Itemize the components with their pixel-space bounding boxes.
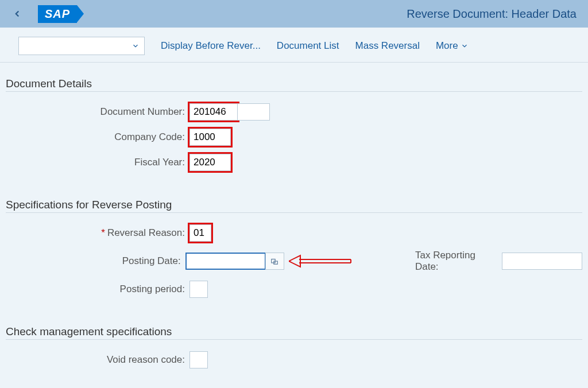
- company-code-field[interactable]: [189, 129, 231, 146]
- row-fiscal-year: Fiscal Year:: [6, 154, 582, 171]
- row-posting-period: Posting period:: [6, 281, 582, 298]
- toolbar: Display Before Rever... Document List Ma…: [0, 28, 588, 63]
- chevron-left-icon: [12, 9, 22, 19]
- fiscal-year-field[interactable]: [189, 154, 231, 171]
- void-reason-code-field[interactable]: [189, 351, 208, 368]
- document-number-extra[interactable]: [238, 103, 270, 121]
- label-tax-reporting-date: Tax Reporting Date:: [415, 250, 497, 273]
- posting-date-field[interactable]: [185, 253, 266, 270]
- more-menu[interactable]: More: [436, 40, 469, 52]
- divider: [6, 91, 582, 92]
- label-posting-date: Posting Date:: [11, 255, 185, 267]
- row-tax-reporting-date: Tax Reporting Date:: [415, 250, 582, 273]
- mass-reversal-link[interactable]: Mass Reversal: [355, 40, 420, 52]
- label-company-code: Company Code:: [11, 131, 189, 143]
- svg-marker-5: [289, 255, 300, 267]
- label-fiscal-year: Fiscal Year:: [11, 157, 189, 168]
- row-posting-date: Posting Date: Tax Reporting Date:: [6, 250, 582, 273]
- annotation-arrow: [289, 254, 352, 268]
- row-document-number: Document Number:: [6, 103, 582, 121]
- row-company-code: Company Code:: [6, 129, 582, 146]
- tax-reporting-date-field[interactable]: [502, 253, 582, 270]
- document-list-link[interactable]: Document List: [277, 40, 339, 52]
- divider: [6, 339, 582, 340]
- label-reversal-reason: *Reversal Reason:: [11, 227, 189, 239]
- document-number-field[interactable]: [189, 103, 238, 121]
- arrow-icon: [289, 254, 352, 268]
- posting-date-value-help-button[interactable]: [265, 253, 284, 270]
- header-bar: SAP Reverse Document: Header Data: [0, 0, 588, 28]
- display-before-reversal-link[interactable]: Display Before Rever...: [161, 40, 261, 52]
- value-help-icon: [270, 257, 278, 265]
- label-void-reason-code: Void reason code:: [11, 354, 189, 366]
- back-button[interactable]: [7, 3, 28, 24]
- section-title-check-mgmt: Check management specifications: [6, 325, 582, 338]
- chevron-down-icon: [461, 42, 469, 50]
- row-void-reason-code: Void reason code:: [6, 351, 582, 368]
- section-title-document-details: Document Details: [6, 77, 582, 90]
- label-document-number: Document Number:: [11, 106, 189, 118]
- reversal-reason-field[interactable]: [189, 224, 211, 242]
- posting-period-field[interactable]: [189, 281, 208, 298]
- section-title-reverse-posting: Specifications for Reverse Posting: [6, 199, 582, 211]
- label-posting-period: Posting period:: [11, 284, 189, 295]
- content-area: Document Details Document Number: Compan…: [0, 63, 588, 382]
- sap-logo: SAP: [38, 5, 77, 23]
- toolbar-dropdown[interactable]: [18, 37, 145, 55]
- more-label: More: [436, 40, 458, 52]
- page-title: Reverse Document: Header Data: [407, 7, 577, 21]
- row-reversal-reason: *Reversal Reason:: [6, 224, 582, 242]
- chevron-down-icon: [131, 42, 140, 50]
- divider: [6, 212, 582, 213]
